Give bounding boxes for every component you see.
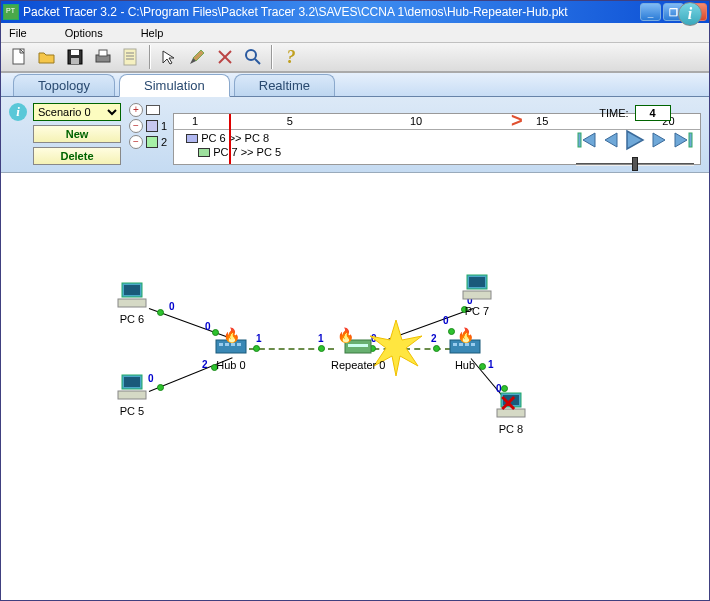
legend-idx-1: 1: [161, 120, 167, 132]
separator: [271, 45, 273, 69]
step-forward-button[interactable]: [649, 129, 671, 151]
legend-idx-2: 2: [161, 136, 167, 148]
envelope-icon: [146, 105, 160, 115]
select-icon[interactable]: [156, 44, 182, 70]
port-label: 0: [169, 301, 175, 312]
svg-rect-33: [237, 343, 241, 346]
menu-options[interactable]: Options: [65, 27, 103, 39]
spark-icon: 🔥: [457, 327, 474, 343]
playhead[interactable]: [229, 114, 231, 164]
time-label: TIME:: [599, 107, 628, 119]
simulation-controls: i Scenario 0 New Delete + − 1 − 2 1 5 10…: [1, 97, 709, 173]
menu-file[interactable]: File: [9, 27, 27, 39]
svg-rect-18: [124, 285, 140, 295]
forward-arrow-icon[interactable]: >: [511, 109, 523, 132]
scenario-select[interactable]: Scenario 0: [33, 103, 121, 121]
svg-rect-36: [459, 343, 463, 346]
brush-icon[interactable]: [184, 44, 210, 70]
delete-scenario-button[interactable]: Delete: [33, 147, 121, 165]
tab-topology[interactable]: Topology: [13, 74, 115, 96]
port-dot: [253, 345, 260, 352]
svg-rect-37: [465, 343, 469, 346]
help-icon[interactable]: ?: [278, 44, 304, 70]
info-icon[interactable]: i: [678, 2, 702, 26]
skip-back-button[interactable]: [575, 129, 599, 151]
port-dot: [212, 329, 219, 336]
device-hub1[interactable]: 🔥 Hub: [449, 339, 481, 371]
app-icon: [3, 4, 19, 20]
step-back-button[interactable]: [599, 129, 621, 151]
envelope-blue-icon: [186, 134, 198, 143]
save-icon[interactable]: [62, 44, 88, 70]
window-title: Packet Tracer 3.2 - C:\Program Files\Pac…: [23, 5, 640, 19]
print-icon[interactable]: [90, 44, 116, 70]
device-pc6[interactable]: PC 6: [116, 281, 148, 325]
port-label: 0: [148, 373, 154, 384]
svg-rect-24: [469, 277, 485, 287]
device-hub0[interactable]: 🔥 Hub 0: [215, 339, 247, 371]
device-pc8[interactable]: PC 8 ✕: [495, 391, 527, 435]
tab-bar: Topology Simulation Realtime: [1, 73, 709, 97]
svg-rect-2: [71, 50, 79, 55]
delete-icon[interactable]: [212, 44, 238, 70]
svg-rect-21: [124, 377, 140, 387]
svg-rect-22: [118, 391, 146, 399]
envelope-green-icon: [198, 148, 210, 157]
port-label: 1: [256, 333, 262, 344]
svg-rect-32: [231, 343, 235, 346]
new-file-icon[interactable]: [6, 44, 32, 70]
svg-rect-31: [225, 343, 229, 346]
menu-help[interactable]: Help: [141, 27, 164, 39]
toolbar: ? i: [1, 43, 709, 73]
port-label: 0: [205, 321, 211, 332]
device-pc7[interactable]: PC 7: [461, 273, 493, 317]
svg-rect-30: [219, 343, 223, 346]
port-label: 1: [488, 359, 494, 370]
magnify-icon[interactable]: [240, 44, 266, 70]
svg-rect-35: [453, 343, 457, 346]
port-dot: [318, 345, 325, 352]
port-dot: [157, 309, 164, 316]
svg-rect-15: [689, 133, 692, 147]
scenario-info-icon[interactable]: i: [9, 103, 27, 121]
device-rep0[interactable]: 🔥 Repeater 0: [331, 339, 385, 371]
notes-icon[interactable]: [118, 44, 144, 70]
spark-icon: 🔥: [223, 327, 240, 343]
port-label: 2: [431, 333, 437, 344]
port-dot: [448, 328, 455, 335]
svg-rect-14: [578, 133, 581, 147]
svg-rect-5: [99, 50, 107, 56]
svg-rect-19: [118, 299, 146, 307]
separator: [149, 45, 151, 69]
svg-rect-6: [124, 49, 136, 65]
device-pc5[interactable]: PC 5: [116, 373, 148, 417]
svg-rect-25: [463, 291, 491, 299]
minimize-button[interactable]: _: [640, 3, 661, 21]
spark-icon: 🔥: [337, 327, 354, 343]
svg-rect-40: [348, 344, 368, 347]
topology-canvas[interactable]: 0 0 0 2 1 1 0 2 0 0 1 0 PC 6 PC 5 PC 7 P…: [1, 173, 709, 601]
skip-forward-button[interactable]: [671, 129, 695, 151]
play-button[interactable]: [621, 127, 649, 153]
remove-pdu-1-icon[interactable]: −: [129, 119, 143, 133]
speed-slider[interactable]: [576, 159, 694, 169]
tab-realtime[interactable]: Realtime: [234, 74, 335, 96]
svg-line-13: [255, 59, 260, 64]
port-label: 1: [318, 333, 324, 344]
slider-thumb[interactable]: [632, 157, 638, 171]
time-field[interactable]: [635, 105, 671, 121]
tab-simulation[interactable]: Simulation: [119, 74, 230, 97]
new-scenario-button[interactable]: New: [33, 125, 121, 143]
port-label: 0: [443, 315, 449, 326]
title-bar: Packet Tracer 3.2 - C:\Program Files\Pac…: [1, 1, 709, 23]
svg-rect-3: [71, 58, 79, 64]
fail-x-icon: ✕: [499, 391, 517, 417]
svg-rect-38: [471, 343, 475, 346]
playback-controls: [575, 127, 695, 153]
port-dot: [157, 384, 164, 391]
add-pdu-icon[interactable]: +: [129, 103, 143, 117]
svg-point-12: [246, 50, 256, 60]
port-label: 2: [202, 359, 208, 370]
open-file-icon[interactable]: [34, 44, 60, 70]
remove-pdu-2-icon[interactable]: −: [129, 135, 143, 149]
